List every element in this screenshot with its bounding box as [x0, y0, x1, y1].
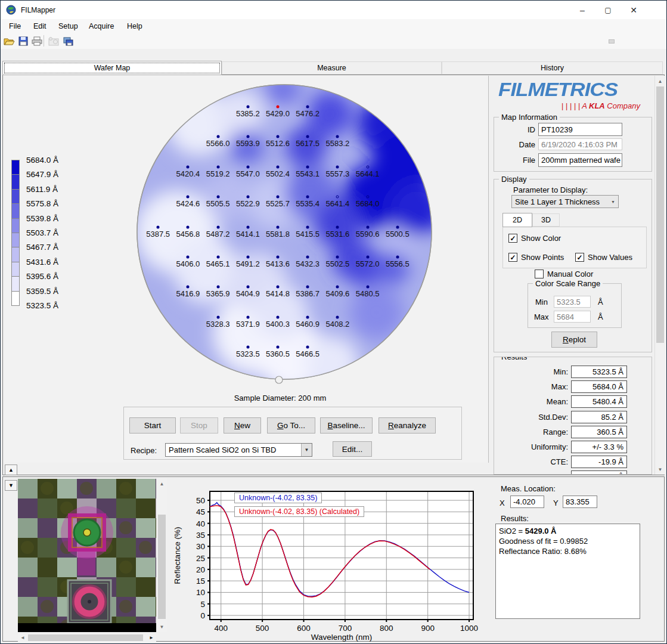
wafer-point-dot[interactable] [187, 256, 190, 259]
scrollbar-thumb[interactable] [656, 86, 664, 343]
wafer-point-dot[interactable] [366, 196, 369, 199]
menu-edit[interactable]: Edit [30, 21, 49, 34]
wafer-point-dot[interactable] [246, 196, 249, 199]
scroll-down-icon[interactable]: ▼ [157, 623, 167, 630]
wafer-point-dot[interactable] [336, 315, 339, 318]
wafer-point-dot[interactable] [336, 225, 339, 228]
wafer-point-dot[interactable] [366, 225, 369, 228]
wafer-point-dot[interactable] [246, 165, 249, 168]
wafer-point-dot[interactable] [277, 286, 280, 289]
scroll-left-icon[interactable]: ◄ [19, 633, 26, 642]
wafer-point-dot[interactable] [216, 315, 219, 318]
wafer-point-dot[interactable] [277, 135, 280, 138]
start-button[interactable]: Start [129, 417, 176, 434]
wafer-point-dot[interactable] [246, 346, 249, 349]
file-field[interactable]: 200mm patterned wafe [538, 153, 622, 167]
wafer-point-dot[interactable] [277, 315, 280, 318]
wafer-point-dot[interactable] [366, 165, 369, 168]
combo-arrow-icon[interactable]: ▼ [608, 196, 618, 208]
baseline-button[interactable]: Baseline... [320, 417, 373, 434]
wafer-point-dot[interactable] [277, 346, 280, 349]
tab-measure[interactable]: Measure [222, 61, 442, 75]
wafer-point-dot[interactable] [306, 225, 309, 228]
menu-file[interactable]: File [6, 21, 24, 34]
scroll-up-icon[interactable]: ▲ [655, 77, 665, 85]
wafer-point-dot[interactable] [277, 225, 280, 228]
wafer-point-dot[interactable] [306, 286, 309, 289]
replot-button[interactable]: Replot [551, 332, 597, 348]
tab-2d[interactable]: 2D [502, 213, 532, 227]
wafer-point-dot[interactable] [306, 135, 309, 138]
scroll-right-icon[interactable]: ► [148, 633, 155, 642]
print-icon[interactable] [30, 35, 44, 48]
wafer-point-dot[interactable] [306, 315, 309, 318]
wafer-point-dot[interactable] [277, 106, 280, 109]
wafer-point-dot[interactable] [277, 256, 280, 259]
wafer-point-dot[interactable] [396, 225, 399, 228]
tab-3d[interactable]: 3D [532, 213, 560, 227]
camera-vertical-scrollbar[interactable]: ▲ ▼ [157, 479, 167, 632]
camera-horizontal-scrollbar[interactable]: ◄ ► [18, 633, 156, 642]
y-field[interactable]: 83.355 [563, 496, 597, 508]
wafer-point-dot[interactable] [187, 196, 190, 199]
wafer-point-dot[interactable] [306, 196, 309, 199]
menu-setup[interactable]: Setup [55, 21, 81, 34]
maximize-button[interactable]: ▢ [595, 1, 621, 19]
wafer-point-dot[interactable] [246, 256, 249, 259]
wafer-point-dot[interactable] [246, 286, 249, 289]
wafer-point-dot[interactable] [336, 135, 339, 138]
wafer-point-dot[interactable] [336, 196, 339, 199]
wafer-point-dot[interactable] [336, 165, 339, 168]
wafer-point-dot[interactable] [157, 225, 160, 228]
new-button[interactable]: New [224, 417, 261, 434]
scroll-down-icon[interactable]: ▼ [655, 465, 665, 473]
wafer-point-dot[interactable] [336, 286, 339, 289]
wafer-point-dot[interactable] [216, 286, 219, 289]
tab-wafer-map[interactable]: Wafer Map [2, 61, 222, 75]
open-file-icon[interactable] [2, 35, 15, 48]
id-field[interactable]: PT10239 [538, 123, 622, 136]
scrollbar-thumb[interactable] [28, 634, 143, 641]
wafer-point-dot[interactable] [216, 256, 219, 259]
reanalyze-button[interactable]: Reanalyze [379, 417, 436, 434]
wafer-point-dot[interactable] [187, 225, 190, 228]
splitter-collapse-down-button[interactable]: ▼ [5, 480, 17, 491]
wafer-point-dot[interactable] [396, 256, 399, 259]
combo-arrow-icon[interactable]: ▼ [301, 444, 312, 456]
wafer-point-dot[interactable] [306, 165, 309, 168]
fit-results-box[interactable]: SiO2 = 5429.0 Å Goodness of fit = 0.9985… [495, 524, 640, 619]
wafer-point-dot[interactable] [187, 286, 190, 289]
menu-acquire[interactable]: Acquire [86, 21, 117, 34]
wafer-point-dot[interactable] [306, 106, 309, 109]
menu-help[interactable]: Help [124, 21, 145, 34]
wafer-point-dot[interactable] [246, 135, 249, 138]
show-values-checkbox[interactable]: Show Values [575, 253, 632, 262]
manual-color-checkbox[interactable]: Manual Color [535, 270, 593, 278]
wafer-point-dot[interactable] [216, 196, 219, 199]
scrollbar-thumb[interactable] [158, 515, 166, 619]
wafer-point-dot[interactable] [216, 165, 219, 168]
go-to-button[interactable]: Go To... [267, 417, 315, 434]
show-points-checkbox[interactable]: Show Points [508, 253, 564, 262]
wafer-point-dot[interactable] [336, 256, 339, 259]
save-icon[interactable] [17, 35, 30, 48]
wafer-point-dot[interactable] [306, 346, 309, 349]
recipe-combobox[interactable]: Pattern Scaled SiO2 on Si TBD ▼ [165, 443, 312, 457]
right-panel-scrollbar[interactable]: ▲ ▼ [654, 76, 665, 475]
minimize-button[interactable]: – [569, 1, 595, 19]
wafer-point-dot[interactable] [277, 165, 280, 168]
close-button[interactable]: ✕ [621, 1, 647, 19]
tab-history[interactable]: History [442, 61, 663, 75]
wafer-point-dot[interactable] [366, 286, 369, 289]
scroll-up-icon[interactable]: ▲ [157, 480, 167, 487]
splitter-collapse-up-button[interactable]: ▲ [5, 465, 17, 475]
wafer-point-dot[interactable] [246, 106, 249, 109]
wafer-point-dot[interactable] [187, 165, 190, 168]
camera-image[interactable] [18, 479, 156, 632]
parameter-combobox[interactable]: Site 1 Layer 1 Thickness ▼ [511, 195, 619, 208]
wafer-point-dot[interactable] [216, 225, 219, 228]
show-color-checkbox[interactable]: Show Color [508, 234, 561, 243]
x-field[interactable]: -4.020 [510, 496, 544, 508]
wafer-point-dot[interactable] [366, 256, 369, 259]
wafer-point-dot[interactable] [277, 196, 280, 199]
